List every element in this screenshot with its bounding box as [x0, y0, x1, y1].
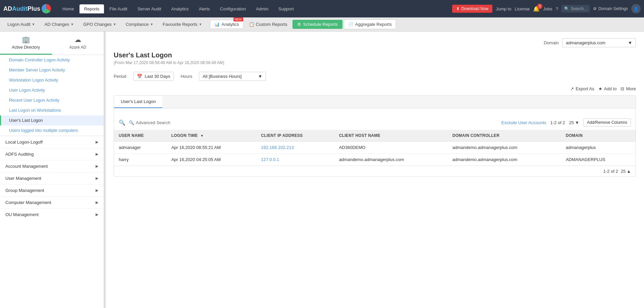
hours-selector[interactable]: All [Business Hours] ▼	[199, 72, 266, 81]
sidebar-item-user-logon[interactable]: User Logon Activity	[0, 85, 104, 95]
sidebar-item-last-logon-workstations[interactable]: Last Logon on Workstations	[0, 105, 104, 115]
advanced-search-button[interactable]: 🔍 Advanced Search	[129, 120, 170, 125]
export-icon: ↗	[570, 86, 574, 91]
tab-active-directory[interactable]: 🏢 Active Directory	[0, 32, 52, 55]
col-client-ip: CLIENT IP ADDRESS	[256, 130, 334, 142]
user-avatar[interactable]: 👤	[631, 4, 641, 13]
schedule-reports-button[interactable]: ⚙ Schedule Reports	[292, 20, 342, 29]
footer-page-size-selector[interactable]: 25 ▲	[621, 169, 631, 174]
table-body: admanager Apr 16,2020 08:55:21 AM 192.16…	[114, 142, 636, 166]
sidebar-section-account-mgmt[interactable]: Account Management ▶	[0, 160, 104, 172]
aggregate-icon: 📄	[348, 22, 354, 27]
page-size-selector[interactable]: 25 ▼	[569, 120, 579, 125]
sidebar-item-member-server[interactable]: Member Server Logon Activity	[0, 65, 104, 75]
active-directory-icon: 🏢	[22, 36, 30, 44]
subnav-logon-audit[interactable]: Logon Audit ▼	[3, 20, 39, 29]
help-link[interactable]: ?	[556, 6, 558, 11]
app-logo: ADAudit Plus	[3, 4, 51, 13]
table-toolbar: 🔍 🔍 Advanced Search Exclude User Account…	[114, 115, 636, 130]
search-icon[interactable]: 🔍	[119, 119, 125, 126]
star-icon: ★	[598, 86, 602, 91]
jobs-link[interactable]: Jobs	[543, 6, 552, 11]
period-label: Period	[114, 74, 126, 79]
table-tab-users-last-logon[interactable]: User's Last Logon	[114, 96, 162, 108]
sidebar-section-group-mgmt-label: Group Management	[5, 188, 44, 193]
chevron-up-icon: ▲	[627, 169, 631, 174]
table-container: User's Last Logon 🔍 🔍 Advanced Search Ex…	[114, 95, 636, 177]
aggregate-reports-label: Aggregate Reports	[355, 22, 392, 27]
sidebar-section-ou-mgmt[interactable]: OU Management ▶	[0, 208, 104, 220]
footer-page-size-value: 25	[621, 169, 626, 174]
sidebar-section-group-mgmt[interactable]: Group Management ▶	[0, 184, 104, 196]
sidebar-section-computer-mgmt[interactable]: Computer Management ▶	[0, 196, 104, 208]
nav-file-audit[interactable]: File Audit	[105, 4, 132, 13]
add-to-button[interactable]: ★ Add to	[598, 86, 617, 91]
aggregate-reports-button[interactable]: 📄 Aggregate Reports	[344, 19, 396, 29]
nav-admin[interactable]: Admin	[251, 4, 273, 13]
download-now-button[interactable]: ⬇ Download Now	[452, 5, 492, 13]
sidebar-item-recent-logon[interactable]: Recent User Logon Activity	[0, 95, 104, 105]
nav-support[interactable]: Support	[274, 4, 299, 13]
subnav-favourite-reports[interactable]: Favourite Reports ▼	[159, 20, 206, 29]
nav-home[interactable]: Home	[58, 4, 79, 13]
col-client-host: CLIENT HOST NAME	[334, 130, 448, 142]
logo-plus-text: Plus	[28, 5, 40, 12]
nav-analytics[interactable]: Analytics	[167, 4, 194, 13]
nav-alerts[interactable]: Alerts	[194, 4, 215, 13]
notification-count-badge: 3	[537, 4, 542, 9]
sidebar-section-local-logoff[interactable]: Local Logon-Logoff ▶	[0, 136, 104, 148]
cell-username-2: harry	[114, 154, 167, 166]
period-selector[interactable]: 📅 Last 30 Days	[133, 72, 174, 81]
license-link[interactable]: License	[515, 6, 530, 11]
subnav-gpo-changes[interactable]: GPO Changes ▼	[79, 20, 120, 29]
sidebar-item-users-multiple-computers[interactable]: Users logged into multiple computers	[0, 125, 104, 136]
sidebar-section-adfs[interactable]: ADFS Auditing ▶	[0, 148, 104, 160]
chevron-down-icon: ▼	[199, 22, 202, 26]
cell-domain-controller-1: admandemo.admanagerplus.com	[448, 142, 561, 154]
sidebar-item-workstation-logon[interactable]: Workstation Logon Activity	[0, 75, 104, 85]
exclude-user-accounts-link[interactable]: Exclude User Accounts	[501, 120, 546, 125]
sort-icon: ▼	[200, 134, 204, 138]
nav-configuration[interactable]: Configuration	[215, 4, 251, 13]
sidebar-section-user-mgmt[interactable]: User Management ▶	[0, 172, 104, 184]
download-label: Download Now	[461, 6, 488, 11]
main-layout: 🏢 Active Directory ☁ Azure AD Domain Con…	[0, 32, 644, 308]
nav-reports[interactable]: Reports	[79, 4, 104, 13]
jump-to-link[interactable]: Jump to	[496, 6, 511, 11]
col-logon-time[interactable]: LOGON TIME ▼	[167, 130, 257, 142]
subnav-compliance[interactable]: Compliance ▼	[122, 20, 158, 29]
domain-settings-button[interactable]: ⚙ Domain Settings	[593, 6, 628, 11]
data-table: USER NAME LOGON TIME ▼ CLIENT IP ADDRESS…	[114, 130, 636, 166]
domain-select[interactable]: admanagerplus.com ▼	[562, 38, 636, 47]
export-as-button[interactable]: ↗ Export As	[570, 86, 594, 91]
hours-label: Hours	[180, 74, 192, 79]
cell-domain-controller-2: admandemo.admanagerplus.com	[448, 154, 561, 166]
top-navigation: ADAudit Plus Home Reports File Audit Ser…	[0, 0, 644, 17]
custom-reports-label: Custom Reports	[256, 22, 287, 27]
more-icon: ⊟	[621, 86, 624, 91]
add-remove-columns-button[interactable]: Add/Remove Columns	[583, 118, 631, 126]
nav-server-audit[interactable]: Server Audit	[133, 4, 166, 13]
sidebar-section-local-logoff-label: Local Logon-Logoff	[5, 140, 43, 145]
cell-logon-time-2: Apr 16,2020 04:25:05 AM	[167, 154, 257, 166]
search-box[interactable]: 🔍 Search...	[561, 5, 590, 12]
logo-ad-text: AD	[3, 5, 12, 12]
more-button[interactable]: ⊟ More	[621, 86, 636, 91]
chevron-down-icon: ▼	[32, 22, 35, 26]
cell-client-ip-2[interactable]: 127.0.0.1	[256, 154, 334, 166]
sidebar-item-dc-logon[interactable]: Domain Controller Logon Activity	[0, 55, 104, 65]
custom-reports-button[interactable]: 📋 Custom Reports	[245, 20, 291, 29]
sidebar-tabs: 🏢 Active Directory ☁ Azure AD	[0, 32, 104, 55]
chevron-right-icon: ▶	[96, 152, 98, 156]
tab-azure-ad[interactable]: ☁ Azure AD	[52, 32, 104, 55]
new-badge: NEW	[233, 17, 243, 21]
analytics-button[interactable]: NEW 📊 Analytics	[210, 20, 243, 29]
subnav-ad-changes[interactable]: AD Changes ▼	[41, 20, 78, 29]
subnav-compliance-label: Compliance	[126, 22, 149, 27]
cell-client-ip-1[interactable]: 192.168.102.213	[256, 142, 334, 154]
notifications-bell[interactable]: 🔔 3	[533, 6, 540, 12]
table-spacer	[114, 108, 636, 115]
report-subtitle: (From Mar 17,2020 08:58:49 AM to Apr 16,…	[114, 60, 636, 65]
subnav-logon-audit-label: Logon Audit	[7, 22, 31, 27]
sidebar-item-users-last-logon[interactable]: User's Last Logon	[0, 115, 104, 125]
